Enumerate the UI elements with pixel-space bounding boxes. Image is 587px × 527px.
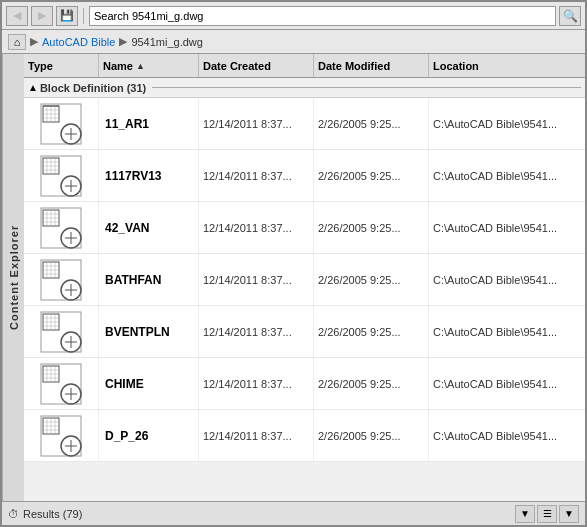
cell-location-2: C:\AutoCAD Bible\9541... — [429, 202, 585, 253]
cell-type-0 — [24, 98, 99, 149]
cell-type-6 — [24, 410, 99, 461]
block-icon-6 — [39, 414, 83, 458]
block-icon-5 — [39, 362, 83, 406]
breadcrumb-link-1[interactable]: AutoCAD Bible — [42, 36, 115, 48]
cell-date-modified-6: 2/26/2005 9:25... — [314, 410, 429, 461]
cell-type-1 — [24, 150, 99, 201]
cell-name-3: BATHFAN — [99, 254, 199, 305]
cell-location-6: C:\AutoCAD Bible\9541... — [429, 410, 585, 461]
block-icon-3 — [39, 258, 83, 302]
cell-date-created-6: 12/14/2011 8:37... — [199, 410, 314, 461]
header-date-created[interactable]: Date Created — [199, 54, 314, 77]
save-button[interactable]: 💾 — [56, 6, 78, 26]
breadcrumb-sep-1: ▶ — [30, 35, 38, 48]
cell-date-created-0: 12/14/2011 8:37... — [199, 98, 314, 149]
cell-name-0: 11_AR1 — [99, 98, 199, 149]
sort-arrow-icon: ▲ — [136, 61, 145, 71]
search-button[interactable]: 🔍 — [559, 6, 581, 26]
block-icon-4 — [39, 310, 83, 354]
group-collapse-icon[interactable]: ▲ — [28, 82, 38, 93]
cell-date-modified-5: 2/26/2005 9:25... — [314, 358, 429, 409]
cell-date-created-3: 12/14/2011 8:37... — [199, 254, 314, 305]
breadcrumb-bar: ⌂ ▶ AutoCAD Bible ▶ 9541mi_g.dwg — [2, 30, 585, 54]
cell-type-4 — [24, 306, 99, 357]
forward-button[interactable]: ▶ — [31, 6, 53, 26]
cell-date-modified-4: 2/26/2005 9:25... — [314, 306, 429, 357]
status-bar: ⏱ Results (79) ▼ ☰ ▼ — [2, 501, 585, 525]
cell-date-modified-1: 2/26/2005 9:25... — [314, 150, 429, 201]
table-row[interactable]: CHIME 12/14/2011 8:37... 2/26/2005 9:25.… — [24, 358, 585, 410]
search-input[interactable] — [89, 6, 556, 26]
rows-area[interactable]: 11_AR1 12/14/2011 8:37... 2/26/2005 9:25… — [24, 98, 585, 501]
side-label: Content Explorer — [2, 54, 24, 501]
group-header-line — [152, 87, 581, 88]
status-clock-icon: ⏱ — [8, 508, 19, 520]
breadcrumb-current: 9541mi_g.dwg — [131, 36, 203, 48]
header-type[interactable]: Type — [24, 54, 99, 77]
filter-button[interactable]: ▼ — [515, 505, 535, 523]
settings-dropdown-button[interactable]: ▼ — [559, 505, 579, 523]
table-row[interactable]: BATHFAN 12/14/2011 8:37... 2/26/2005 9:2… — [24, 254, 585, 306]
breadcrumb-home-button[interactable]: ⌂ — [8, 34, 26, 50]
cell-location-1: C:\AutoCAD Bible\9541... — [429, 150, 585, 201]
toolbar-separator — [83, 8, 84, 24]
cell-name-1: 1117RV13 — [99, 150, 199, 201]
cell-name-2: 42_VAN — [99, 202, 199, 253]
cell-type-2 — [24, 202, 99, 253]
cell-date-modified-3: 2/26/2005 9:25... — [314, 254, 429, 305]
view-button[interactable]: ☰ — [537, 505, 557, 523]
table-header: Type Name ▲ Date Created Date Modified L… — [24, 54, 585, 78]
cell-name-4: BVENTPLN — [99, 306, 199, 357]
table-row[interactable]: D_P_26 12/14/2011 8:37... 2/26/2005 9:25… — [24, 410, 585, 462]
cell-date-modified-2: 2/26/2005 9:25... — [314, 202, 429, 253]
cell-type-5 — [24, 358, 99, 409]
cell-date-created-4: 12/14/2011 8:37... — [199, 306, 314, 357]
block-icon-0 — [39, 102, 83, 146]
app-window: ◀ ▶ 💾 🔍 ⌂ ▶ AutoCAD Bible ▶ 9541mi_g.dwg… — [0, 0, 587, 527]
content-area: Content Explorer Type Name ▲ Date Create… — [2, 54, 585, 501]
group-header: ▲ Block Definition (31) — [24, 78, 585, 98]
cell-type-3 — [24, 254, 99, 305]
table-row[interactable]: 42_VAN 12/14/2011 8:37... 2/26/2005 9:25… — [24, 202, 585, 254]
toolbar: ◀ ▶ 💾 🔍 — [2, 2, 585, 30]
cell-location-4: C:\AutoCAD Bible\9541... — [429, 306, 585, 357]
cell-date-created-1: 12/14/2011 8:37... — [199, 150, 314, 201]
back-button[interactable]: ◀ — [6, 6, 28, 26]
block-icon-2 — [39, 206, 83, 250]
table-row[interactable]: 1117RV13 12/14/2011 8:37... 2/26/2005 9:… — [24, 150, 585, 202]
cell-location-0: C:\AutoCAD Bible\9541... — [429, 98, 585, 149]
cell-date-modified-0: 2/26/2005 9:25... — [314, 98, 429, 149]
table-row[interactable]: 11_AR1 12/14/2011 8:37... 2/26/2005 9:25… — [24, 98, 585, 150]
header-date-modified[interactable]: Date Modified — [314, 54, 429, 77]
status-results-text: Results (79) — [23, 508, 511, 520]
cell-name-6: D_P_26 — [99, 410, 199, 461]
table-container: Type Name ▲ Date Created Date Modified L… — [24, 54, 585, 501]
cell-date-created-5: 12/14/2011 8:37... — [199, 358, 314, 409]
breadcrumb-sep-2: ▶ — [119, 35, 127, 48]
cell-location-5: C:\AutoCAD Bible\9541... — [429, 358, 585, 409]
table-row[interactable]: BVENTPLN 12/14/2011 8:37... 2/26/2005 9:… — [24, 306, 585, 358]
header-name[interactable]: Name ▲ — [99, 54, 199, 77]
header-location[interactable]: Location — [429, 54, 585, 77]
cell-date-created-2: 12/14/2011 8:37... — [199, 202, 314, 253]
block-icon-1 — [39, 154, 83, 198]
cell-name-5: CHIME — [99, 358, 199, 409]
status-actions: ▼ ☰ ▼ — [515, 505, 579, 523]
group-header-label: Block Definition (31) — [40, 82, 146, 94]
cell-location-3: C:\AutoCAD Bible\9541... — [429, 254, 585, 305]
